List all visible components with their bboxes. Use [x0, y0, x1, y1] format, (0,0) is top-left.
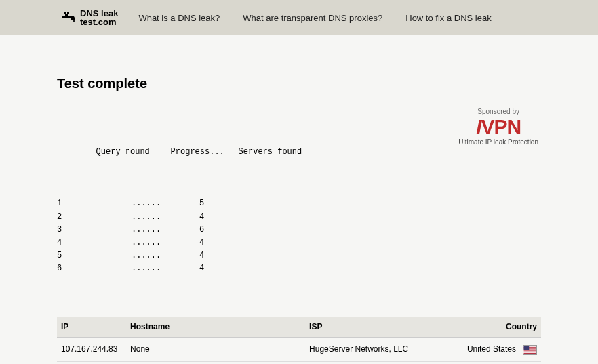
navbar: DNS leak test.com What is a DNS leak? Wh… — [0, 0, 598, 35]
faucet-icon — [61, 9, 80, 27]
cell-ip: 192.221.150.10 — [57, 361, 126, 364]
progress-dots: ...... — [132, 197, 199, 210]
page-content: Test complete Query roundProgress...Serv… — [0, 76, 598, 364]
th-hostname: Hostname — [126, 317, 305, 338]
sponsor-brand: IVPN — [458, 117, 538, 137]
progress-round: 5 — [57, 249, 132, 262]
progress-dots: ...... — [132, 237, 199, 249]
progress-found: 4 — [199, 211, 204, 224]
cell-ip: 107.167.244.83 — [57, 337, 126, 361]
table-header-row: IP Hostname ISP Country — [57, 317, 541, 338]
flag-icon — [523, 345, 537, 355]
progress-row: 3......6 — [57, 224, 302, 237]
sponsor-tagline: Ultimate IP leak Protection — [458, 138, 538, 146]
nav-links: What is a DNS leak? What are transparent… — [138, 13, 491, 23]
th-isp: ISP — [305, 317, 420, 338]
th-country: Country — [420, 317, 541, 338]
progress-round: 3 — [57, 224, 132, 237]
cell-country: United States — [420, 337, 541, 361]
logo[interactable]: DNS leak test.com — [61, 9, 118, 27]
sponsor-label: Sponsored by — [458, 108, 538, 115]
cell-isp: Level 3 Communications — [305, 361, 420, 364]
progress-row: 5......4 — [57, 249, 302, 262]
progress-found: 6 — [199, 224, 204, 237]
progress-found: 4 — [199, 262, 204, 275]
progress-dots: ...... — [132, 249, 199, 262]
progress-round: 4 — [57, 237, 132, 249]
progress-found: 4 — [199, 249, 204, 262]
cell-country: United States — [420, 361, 541, 364]
page-title: Test complete — [57, 76, 541, 92]
progress-row: 6......4 — [57, 262, 302, 275]
progress-row: 2......4 — [57, 211, 302, 224]
progress-log: Query roundProgress...Servers found 1...… — [57, 106, 302, 302]
progress-round: 1 — [57, 197, 132, 210]
nav-how-to-fix[interactable]: How to fix a DNS leak — [405, 13, 491, 23]
header-servers-found: Servers found — [239, 146, 302, 159]
cell-hostname: None — [126, 337, 305, 361]
progress-dots: ...... — [132, 224, 199, 237]
progress-dots: ...... — [132, 262, 199, 275]
nav-transparent-proxies[interactable]: What are transparent DNS proxies? — [243, 13, 382, 23]
progress-row: 1......5 — [57, 197, 302, 210]
cell-hostname: DNS-192-221-150-10.LosAngeles1.Level3.ne… — [126, 361, 305, 364]
results-table: IP Hostname ISP Country 107.167.244.83No… — [57, 317, 541, 364]
progress-round: 6 — [57, 262, 132, 275]
table-row: 192.221.150.10DNS-192-221-150-10.LosAnge… — [57, 361, 541, 364]
progress-found: 5 — [199, 197, 204, 210]
progress-found: 4 — [199, 237, 204, 249]
sponsor-block[interactable]: Sponsored by IVPN Ultimate IP leak Prote… — [458, 108, 538, 146]
nav-what-is-leak[interactable]: What is a DNS leak? — [138, 13, 220, 23]
th-ip: IP — [57, 317, 126, 338]
table-row: 107.167.244.83NoneHugeServer Networks, L… — [57, 337, 541, 361]
header-progress: Progress... — [171, 146, 239, 159]
progress-round: 2 — [57, 211, 132, 224]
cell-isp: HugeServer Networks, LLC — [305, 337, 420, 361]
header-query-round: Query round — [96, 146, 171, 159]
progress-row: 4......4 — [57, 237, 302, 249]
logo-text: DNS leak test.com — [80, 9, 118, 26]
progress-dots: ...... — [132, 211, 199, 224]
